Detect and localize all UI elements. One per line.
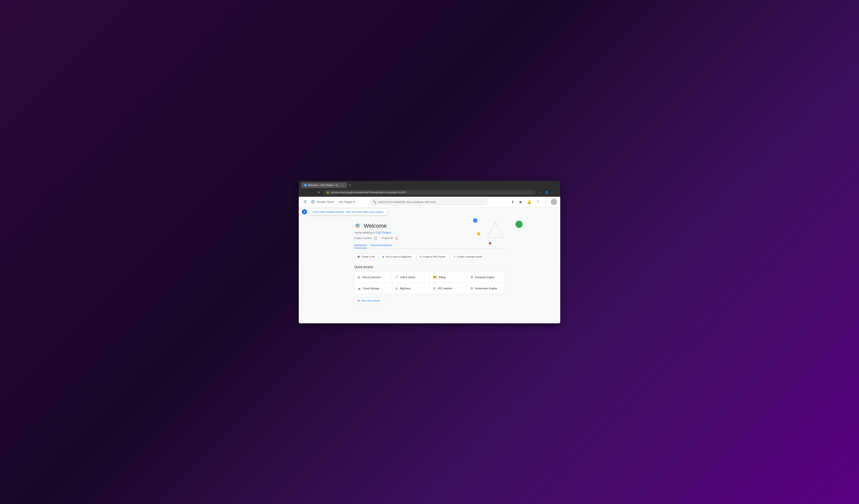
create-vm-icon: ➕ [357, 255, 360, 258]
project-name-label: C4C Project [338, 200, 352, 203]
tab-bar: G Welcome – C4C Project – G... ✕ + [301, 182, 558, 188]
create-storage-bucket-button[interactable]: 🗂 Create a storage bucket [450, 254, 485, 260]
welcome-header: Welcome [354, 222, 505, 229]
tab-favicon: G [304, 184, 307, 187]
help-button[interactable]: ? [534, 198, 541, 205]
nav-buttons: ← → ↻ [303, 189, 322, 195]
search-bar[interactable]: 🔍 Search (/) for resources, docs, produc… [369, 198, 488, 205]
copy-project-number-button[interactable]: 📋 [374, 236, 377, 240]
search-placeholder-text: Search (/) for resources, docs, products… [378, 200, 436, 203]
svg-point-0 [313, 201, 314, 202]
view-all-products-button[interactable]: ⊞ View all products [354, 297, 384, 304]
project-meta: Project number: 📋 Project ID: 📋 [354, 236, 505, 240]
quick-access-cloud-storage[interactable]: ☁ Cloud Storage [355, 283, 392, 294]
project-name-link[interactable]: C4C Project [376, 231, 391, 234]
quick-access-title: Quick access [354, 265, 505, 269]
tooltip-badge: 2 [302, 209, 307, 214]
chevron-down-icon: ▾ [353, 200, 355, 203]
project-selector[interactable]: C4C Project ▾ [336, 199, 358, 205]
welcome-title: Welcome [364, 223, 387, 229]
recommendations-link[interactable]: Recommendations [371, 244, 392, 248]
create-vm-button[interactable]: ➕ Create a VM [354, 254, 378, 260]
cloud-storage-icon: ☁ [358, 287, 361, 290]
active-tab[interactable]: G Welcome – C4C Project – G... ✕ [301, 182, 347, 188]
working-in-text: You're working in C4C Project [354, 231, 505, 234]
reload-button[interactable]: ↻ [316, 189, 322, 195]
forward-button[interactable]: → [310, 189, 315, 195]
project-id-label: Project ID: [382, 236, 394, 240]
profile-icon[interactable]: 👤 [544, 190, 549, 195]
action-buttons-row: ➕ Create a VM ▶ Run a query in BigQuery … [354, 254, 505, 260]
storage-bucket-icon: 🗂 [453, 255, 456, 258]
more-menu-button[interactable]: ⋮ [542, 198, 549, 205]
back-button[interactable]: ← [303, 189, 309, 195]
lock-icon: 🔒 [327, 191, 329, 194]
bigquery-qa-icon: ◎ [395, 287, 398, 290]
quick-access-grid: ⊞ APIs & Services 🛡 IAM & Admin 💳 Billin… [354, 272, 505, 294]
gcp-app: ☰ Google Cloud C4C Project ▾ 🔍 Search (/… [299, 197, 560, 323]
tab-close-button[interactable]: ✕ [341, 184, 344, 187]
vpc-network-icon: ⊟ [433, 287, 435, 290]
compute-engine-icon: ⚙ [470, 275, 473, 279]
main-content: Welcome You're working in C4C Project Pr… [299, 216, 560, 323]
hamburger-menu-button[interactable]: ☰ [302, 199, 308, 205]
top-navigation: ☰ Google Cloud C4C Project ▾ 🔍 Search (/… [299, 197, 560, 208]
gke-icon: ⚙ [420, 255, 422, 258]
iam-admin-icon: 🛡 [395, 275, 398, 279]
kubernetes-engine-icon: ⚙ [470, 287, 473, 290]
project-number-field: Project number: 📋 [354, 236, 377, 240]
create-gke-button[interactable]: ⚙ Create a GKE cluster [417, 254, 448, 260]
welcome-container: Welcome You're working in C4C Project Pr… [350, 216, 509, 310]
quick-access-iam-admin[interactable]: 🛡 IAM & Admin [392, 272, 430, 283]
gcp-logo-text: Google Cloud [317, 200, 334, 203]
svg-point-2 [357, 225, 359, 227]
url-bar[interactable]: 🔒 console.cloud.google.com/welcome?hl=en… [324, 190, 536, 195]
cloud-shell-button[interactable]: ▶ [517, 198, 525, 205]
browser-chrome: G Welcome – C4C Project – G... ✕ + ← → ↻… [299, 181, 560, 197]
dashboard-link[interactable]: Dashboard [354, 244, 367, 248]
quick-access-compute-engine[interactable]: ⚙ Compute Engine [467, 272, 504, 283]
browser-window: G Welcome – C4C Project – G... ✕ + ← → ↻… [299, 181, 560, 323]
quick-access-vpc-network[interactable]: ⊟ VPC network [430, 283, 467, 294]
address-bar: ← → ↻ 🔒 console.cloud.google.com/welcome… [301, 188, 558, 197]
project-number-label: Project number: [354, 236, 373, 240]
upload-icon-button[interactable]: ⬆ [509, 198, 516, 205]
quick-access-apis-services[interactable]: ⊞ APIs & Services [355, 272, 392, 283]
url-text: console.cloud.google.com/welcome?hl=en&p… [331, 191, 406, 194]
user-avatar[interactable] [551, 199, 557, 205]
quick-access-bigquery[interactable]: ◎ BigQuery [392, 283, 430, 294]
tooltip-banner: 2 If you have multiple projects, click h… [299, 208, 560, 216]
more-options-icon[interactable]: ⋮ [551, 190, 556, 195]
billing-icon: 💳 [433, 275, 437, 279]
bigquery-icon: ▶ [382, 255, 384, 258]
project-id-field: Project ID: 📋 [382, 236, 398, 240]
gcp-color-logo [354, 222, 361, 229]
gcp-logo[interactable]: Google Cloud [311, 199, 334, 204]
run-bigquery-button[interactable]: ▶ Run a query in BigQuery [380, 254, 415, 260]
bookmark-icon[interactable]: ☆ [538, 190, 543, 195]
browser-actions: ☆ 👤 ⋮ [538, 190, 556, 195]
new-tab-button[interactable]: + [347, 182, 353, 188]
apis-services-icon: ⊞ [358, 275, 360, 279]
deco-circle-blue [473, 218, 478, 223]
search-icon: 🔍 [373, 200, 377, 204]
quick-access-billing[interactable]: 💳 Billing [430, 272, 467, 283]
deco-circle-green [515, 221, 523, 228]
tooltip-message[interactable]: If you have multiple projects, click her… [309, 209, 387, 215]
nav-links-row: Dashboard Recommendations [354, 244, 505, 249]
topnav-actions: ⬆ ▶ 🔔 ? ⋮ [509, 198, 557, 205]
notifications-button[interactable]: 🔔 [526, 198, 533, 205]
quick-access-kubernetes-engine[interactable]: ⚙ Kubernetes Engine [467, 283, 504, 294]
google-cloud-logo-icon [311, 199, 315, 204]
tab-title: Welcome – C4C Project – G... [308, 184, 340, 187]
copy-project-id-button[interactable]: 📋 [395, 236, 398, 240]
view-all-icon: ⊞ [358, 299, 360, 302]
